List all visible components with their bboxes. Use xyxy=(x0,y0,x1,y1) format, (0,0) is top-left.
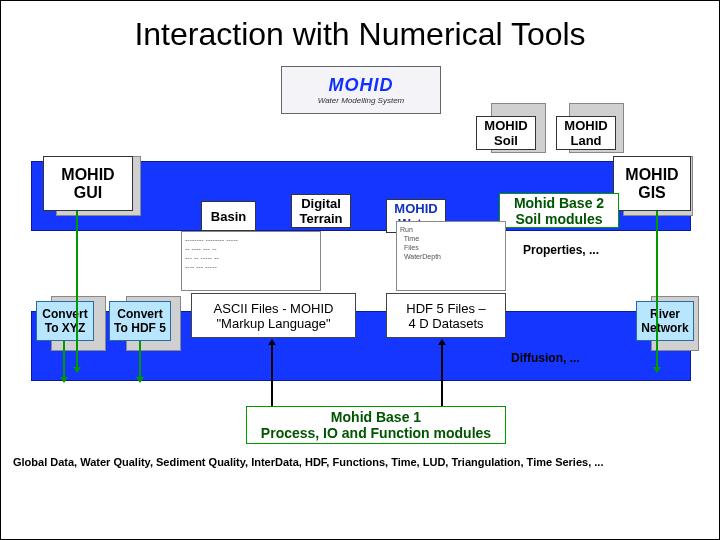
logo-sub-text: Water Modelling System xyxy=(318,96,405,105)
bottom-module-list: Global Data, Water Quality, Sediment Qua… xyxy=(13,456,713,468)
ascii-snippet-mock: -------- -------- ----- -- ---- --- -- -… xyxy=(181,231,321,291)
diagram-canvas: MOHID Water Modelling System MOHIDSoil M… xyxy=(1,61,720,540)
hdf-line1: HDF 5 Files – xyxy=(391,301,501,316)
module-mohid-soil: MOHIDSoil xyxy=(476,116,536,150)
arrow-ascii-link xyxy=(271,341,273,411)
module-convert-xyz: ConvertTo XYZ xyxy=(36,301,94,341)
label-mohid-base1: Mohid Base 1Process, IO and Function mod… xyxy=(246,406,506,444)
ascii-line2: "Markup Language" xyxy=(196,316,351,331)
label-properties: Properties, ... xyxy=(523,243,599,257)
arrow-xyz-down xyxy=(63,341,65,381)
file-format-hdf: HDF 5 Files – 4 D Datasets xyxy=(386,293,506,338)
module-mohid-gis: MOHIDGIS xyxy=(613,156,691,211)
ascii-line1: ASCII Files - MOHID xyxy=(196,301,351,316)
module-basin: Basin xyxy=(201,201,256,231)
module-digital-terrain: DigitalTerrain xyxy=(291,194,351,228)
module-mohid-land: MOHIDLand xyxy=(556,116,616,150)
label-diffusion: Diffusion, ... xyxy=(511,351,580,365)
module-mohid-gui: MOHIDGUI xyxy=(43,156,133,211)
hdf-tree-mock: Run Time Files WaterDepth xyxy=(396,221,506,291)
arrow-gis-down xyxy=(656,211,658,371)
arrow-hdf-link xyxy=(441,341,443,411)
module-river-network: RiverNetwork xyxy=(636,301,694,341)
arrow-hdf5-down xyxy=(139,341,141,381)
label-mohid-base2: Mohid Base 2Soil modules xyxy=(499,193,619,228)
logo-main-text: MOHID xyxy=(329,75,394,96)
mohid-logo: MOHID Water Modelling System xyxy=(281,66,441,114)
arrow-gui-down xyxy=(76,211,78,371)
file-format-ascii: ASCII Files - MOHID "Markup Language" xyxy=(191,293,356,338)
module-convert-hdf5: ConvertTo HDF 5 xyxy=(109,301,171,341)
page-title: Interaction with Numerical Tools xyxy=(1,1,719,58)
hdf-line2: 4 D Datasets xyxy=(391,316,501,331)
